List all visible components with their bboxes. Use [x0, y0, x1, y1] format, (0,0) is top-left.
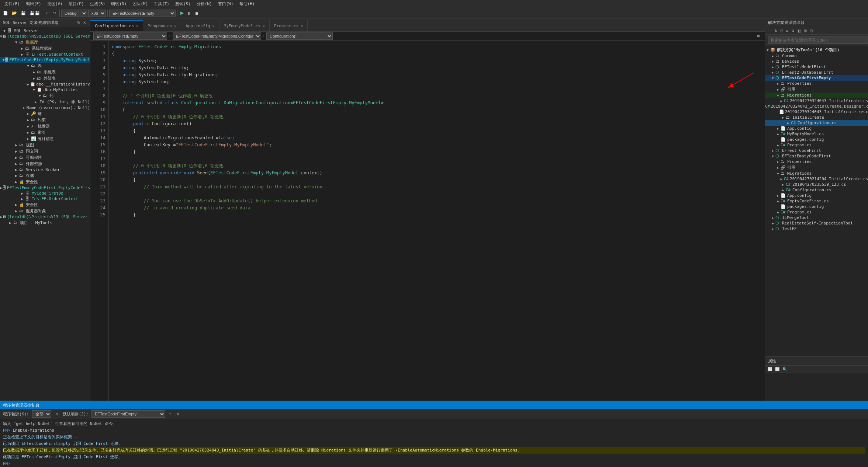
- sol-item-configuration-cs[interactable]: ▶ C# Configuration.cs: [765, 120, 868, 126]
- undo-btn[interactable]: ↩: [45, 9, 51, 17]
- sol-item-realestate[interactable]: ▶ ⬡ RealEstateSelf-InspectionTool: [765, 220, 868, 226]
- sol-sync-btn[interactable]: ↔: [767, 28, 772, 33]
- console-content[interactable]: 输入 "get-help NuGet" 可查看所有可用的 NuGet 命令。 P…: [0, 419, 868, 467]
- tree-item-external[interactable]: ▶ 🗂 外部资源: [0, 161, 90, 167]
- menu-analyze[interactable]: 分析(N): [194, 0, 215, 7]
- sol-item-migrations2[interactable]: ▼ 🗂 Migrations: [765, 171, 868, 176]
- tree-item-migration-history[interactable]: ▶ 📋 dbo.__MigrationHistory: [0, 81, 90, 87]
- sol-item-testef[interactable]: ▶ ⬡ TestEF: [765, 226, 868, 231]
- tree-item-columns[interactable]: ▼ 🗂 列: [0, 93, 90, 99]
- tab-myemptymodel[interactable]: MyEmptyModel.cs ✕: [219, 20, 270, 31]
- menu-view[interactable]: 视图(V): [44, 0, 66, 7]
- menu-team[interactable]: 团队(M): [129, 0, 151, 7]
- tab-configuration[interactable]: Configuration.cs ✕: [90, 20, 143, 31]
- tree-item-security-db[interactable]: ▶ 🔒 安全性: [0, 179, 90, 185]
- tree-item-projects[interactable]: ▶ 🗂 项目 - MyTools: [0, 220, 90, 226]
- props-search-btn[interactable]: 🔍: [781, 367, 788, 372]
- menu-build[interactable]: 生成(B): [87, 0, 108, 7]
- tree-item-stats[interactable]: ▶ 📊 统计信息: [0, 136, 90, 142]
- project-default-select[interactable]: EFTestCodeFirstEmpty: [91, 410, 165, 418]
- sol-preview-btn[interactable]: ◧: [796, 28, 802, 33]
- menu-tools[interactable]: 工具(T): [151, 0, 172, 7]
- expand-editor-btn[interactable]: ⊕: [755, 32, 762, 40]
- code-content[interactable]: namespace EFTestCodeFirstEmpty.Migration…: [109, 41, 765, 401]
- sol-item-references[interactable]: ▶ 🔗 引用: [765, 86, 868, 93]
- tree-item-eftest-empty[interactable]: ▼ 🗄 EFTestCodeFirstEmpty.MyEmptyModel: [0, 57, 90, 63]
- sol-item-eftest-codefirst[interactable]: ▼ ⬡ EFTestCodeFirstEmpty: [765, 75, 868, 81]
- tree-item-synonyms[interactable]: ▶ 🗂 同义词: [0, 148, 90, 154]
- sol-item-myemptymodel[interactable]: ▶ C# MyEmptyModel.cs: [765, 131, 868, 137]
- tree-item-sqlserver[interactable]: ▼ 🗄 SQL Server: [0, 28, 90, 34]
- tree-item-security-server[interactable]: ▶ 🔒 安全性: [0, 202, 90, 208]
- menu-window[interactable]: 窗口(W): [215, 0, 236, 7]
- pause-btn[interactable]: ⏸: [186, 9, 193, 17]
- sol-item-migrations[interactable]: ▼ 🗂 Migrations: [765, 93, 868, 98]
- sol-item-appconfig2[interactable]: ▶ 📄 App.config: [765, 193, 868, 198]
- sol-item-config2[interactable]: ▶ C# Configuration.cs: [765, 187, 868, 193]
- sol-item-packagesconfig2[interactable]: 📄 packages.config: [765, 204, 868, 209]
- tab-configuration-close[interactable]: ✕: [136, 24, 138, 28]
- sol-item-program2[interactable]: ▶ C# Program.cs: [765, 209, 868, 215]
- menu-help[interactable]: 帮助(H): [236, 0, 258, 7]
- stop-btn[interactable]: ⏹: [193, 9, 200, 17]
- sol-item-initial-create-cs[interactable]: ▶ C# 201904270324043_InitialCreate.cs: [765, 98, 868, 104]
- sol-item-eftest1[interactable]: ▶ ⬡ EFTest1-ModelFirst: [765, 64, 868, 70]
- tree-item-localdb2[interactable]: ▶ 🖥 (localdb)\ProjectsV13 (SQL Server 13…: [0, 214, 90, 220]
- props-category-btn[interactable]: ⬜: [774, 367, 781, 372]
- sol-item-appconfig[interactable]: ▶ 📄 App.config: [765, 126, 868, 131]
- tab-myemptymodel-close[interactable]: ✕: [263, 24, 265, 28]
- sql-tree-view[interactable]: ▼ 🗄 SQL Server ▼ 🖥 (localdb)\MSSQLLocalD…: [0, 27, 90, 401]
- menu-test[interactable]: 测试(S): [172, 0, 194, 7]
- sol-item-references2[interactable]: ▶ 🔗 引用: [765, 164, 868, 171]
- redo-btn[interactable]: ↪: [52, 9, 58, 17]
- tree-item-databases[interactable]: ▼ 🗂 数据库: [0, 39, 90, 45]
- console-close-btn[interactable]: ✕: [176, 412, 181, 417]
- sol-item-eftest-codefirst2[interactable]: ▶ ⬡ EFTest-CodeFirst: [765, 148, 868, 153]
- sql-refresh-btn[interactable]: ↻: [76, 20, 81, 25]
- tab-program2[interactable]: Program.cs ✕: [270, 20, 308, 31]
- sol-item-initial-resx[interactable]: 📄 201904270324043_InitialCreate.resx: [765, 109, 868, 115]
- console-clear-btn[interactable]: ≡: [168, 412, 173, 417]
- sol-item-ilmerge[interactable]: ▶ ⬡ ILMergeTool: [765, 215, 868, 220]
- namespace-select[interactable]: EFTestCodeFirstEmpty: [93, 32, 167, 40]
- sol-item-emptycodefirst-cs[interactable]: ▶ C# EmptyCodeFirst.cs: [765, 198, 868, 204]
- menu-file[interactable]: 文件(F): [1, 0, 23, 7]
- sol-item-properties[interactable]: ▶ 🗂 Properties: [765, 81, 868, 86]
- sol-item-devices[interactable]: ▶ 🗂 Devices: [765, 59, 868, 64]
- solution-search-input[interactable]: [768, 36, 868, 44]
- save-btn[interactable]: 💾: [19, 9, 27, 17]
- console-settings-btn[interactable]: ⚙: [54, 412, 60, 417]
- sol-all-btn[interactable]: ≡: [785, 28, 789, 33]
- sol-props-btn[interactable]: ⚙: [790, 28, 796, 33]
- tree-item-eftest-student[interactable]: ▶ 🗄 EFTest.StudentContext: [0, 52, 90, 57]
- platform-select[interactable]: x86 x64: [88, 10, 106, 17]
- tree-item-indexes[interactable]: ▶ 🗂 索引: [0, 129, 90, 136]
- sol-item-packagesconfig[interactable]: 📄 packages.config: [765, 137, 868, 142]
- tree-item-programmability[interactable]: ▶ 🗂 可编程性: [0, 154, 90, 161]
- tree-item-views[interactable]: ▶ 🗂 视图: [0, 142, 90, 148]
- sol-filter-btn[interactable]: ⊟: [779, 28, 784, 33]
- sol-item-eftest-emptycf[interactable]: ▼ ⬡ EFTestEmptyCodeFirst: [765, 153, 868, 159]
- tree-item-eftest-empty-code[interactable]: ▶ 🗄 EFTestEmptyCodeFirst.EmptyCodeFirst: [0, 185, 90, 191]
- sol-item-common[interactable]: ▶ 🗂 Common: [765, 53, 868, 59]
- sol-expand-btn[interactable]: ⊞: [803, 28, 808, 33]
- sol-item-initial-designer[interactable]: C# 201904270324043_InitialCreate.Designe…: [765, 104, 868, 109]
- config-select[interactable]: Debug Release: [61, 10, 87, 17]
- tree-item-myentities[interactable]: ▼ 📋 dbo.MyEntities: [0, 87, 90, 93]
- open-btn[interactable]: 📂: [10, 9, 18, 17]
- tree-item-testef-order[interactable]: ▶ 🗄 TestEF.OrderContext: [0, 196, 90, 202]
- tree-item-storage[interactable]: ▶ 🗂 存储: [0, 172, 90, 179]
- sol-item-program-cs[interactable]: ▶ C# Program.cs: [765, 142, 868, 148]
- tree-item-tables[interactable]: ▼ 🗂 表: [0, 63, 90, 69]
- tree-item-constraints[interactable]: ▶ 🗂 约束: [0, 117, 90, 123]
- tree-item-localdb1[interactable]: ▼ 🖥 (localdb)\MSSQLLocalDB (SQL Server 1…: [0, 34, 90, 39]
- props-sort-btn[interactable]: ⬜: [767, 367, 773, 372]
- tree-item-servicebroker[interactable]: ▶ 🗂 Service Broker: [0, 167, 90, 172]
- menu-edit[interactable]: 编辑(E): [23, 0, 44, 7]
- sol-collapse-btn[interactable]: ⊟: [809, 28, 814, 33]
- save-all-btn[interactable]: 💾💾: [28, 9, 41, 17]
- menu-project[interactable]: 项目(P): [66, 0, 87, 7]
- tab-program1[interactable]: Program.cs ✕: [143, 20, 181, 31]
- tree-item-triggers[interactable]: ▶ ⚡ 触发器: [0, 123, 90, 129]
- menu-debug[interactable]: 调试(D): [108, 0, 129, 7]
